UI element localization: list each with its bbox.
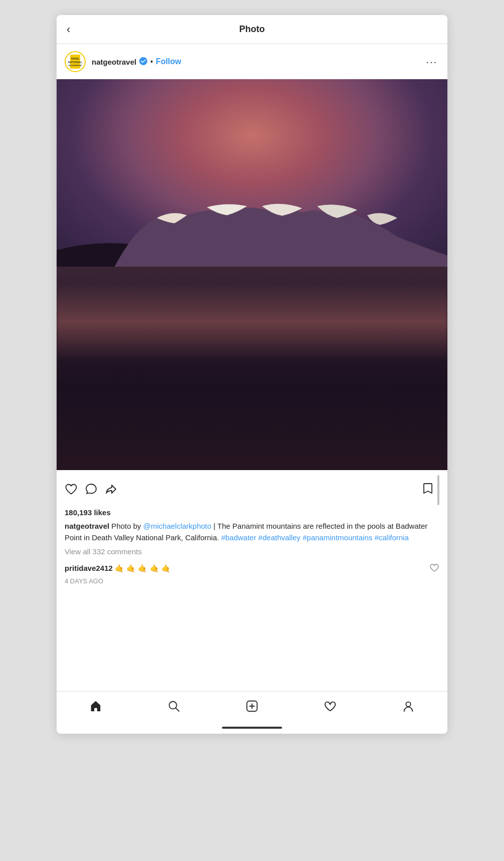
dot-separator: •	[150, 58, 153, 66]
header: ‹ Photo	[57, 15, 447, 44]
username-label[interactable]: natgeotravel	[92, 58, 136, 66]
svg-text:NATIONAL: NATIONAL	[68, 61, 83, 64]
share-button[interactable]	[105, 483, 118, 498]
caption-text: Photo by	[109, 522, 143, 530]
follow-button[interactable]: Follow	[156, 57, 181, 66]
post-image	[57, 79, 447, 470]
view-comments-link[interactable]: View all 332 comments	[65, 547, 439, 556]
like-button[interactable]	[65, 483, 78, 498]
comment-emoji: 🤙 🤙 🤙 🤙 🤙	[113, 564, 171, 572]
mention-link[interactable]: @michaelclarkphoto	[143, 522, 211, 530]
avatar[interactable]: NATIONAL GEOGRAPHIC TRAVEL	[65, 51, 86, 72]
profile-row: NATIONAL GEOGRAPHIC TRAVEL natgeotravel …	[57, 44, 447, 79]
post-content: 180,193 likes natgeotravel Photo by @mic…	[57, 508, 447, 591]
action-bar	[57, 470, 447, 508]
bookmark-button[interactable]	[421, 482, 434, 498]
svg-point-11	[406, 702, 410, 707]
nav-home-button[interactable]	[57, 698, 135, 715]
more-options-button[interactable]: ···	[424, 56, 439, 68]
comment-row: pritidave2412 🤙 🤙 🤙 🤙 🤙	[65, 563, 439, 575]
nav-activity-button[interactable]	[291, 698, 369, 715]
svg-text:GEOGRAPHIC: GEOGRAPHIC	[68, 64, 82, 67]
caption-username[interactable]: natgeotravel	[65, 522, 109, 530]
verified-icon	[139, 57, 147, 67]
back-button[interactable]: ‹	[67, 24, 70, 35]
comment-username[interactable]: pritidave2412	[65, 564, 113, 572]
hashtags[interactable]: #badwater #deathvalley #panamintmountain…	[221, 533, 408, 542]
page-title: Photo	[239, 24, 265, 35]
content-spacer	[57, 591, 447, 691]
comment-button[interactable]	[85, 483, 98, 498]
comment-text: pritidave2412 🤙 🤙 🤙 🤙 🤙	[65, 563, 171, 573]
caption: natgeotravel Photo by @michaelclarkphoto…	[65, 521, 439, 543]
likes-count: 180,193 likes	[65, 508, 439, 517]
bottom-nav	[57, 691, 447, 723]
nav-add-button[interactable]	[213, 698, 291, 715]
svg-text:TRAVEL: TRAVEL	[71, 58, 80, 60]
comment-like-button[interactable]	[429, 563, 439, 575]
comment-time: 4 DAYS AGO	[65, 577, 439, 585]
nav-search-button[interactable]	[135, 698, 213, 715]
nav-profile-button[interactable]	[369, 698, 447, 715]
profile-info: natgeotravel • Follow	[92, 57, 418, 67]
svg-line-7	[176, 708, 179, 712]
bottom-spacer	[57, 729, 447, 734]
svg-point-5	[139, 57, 147, 65]
scrollbar	[437, 475, 439, 505]
